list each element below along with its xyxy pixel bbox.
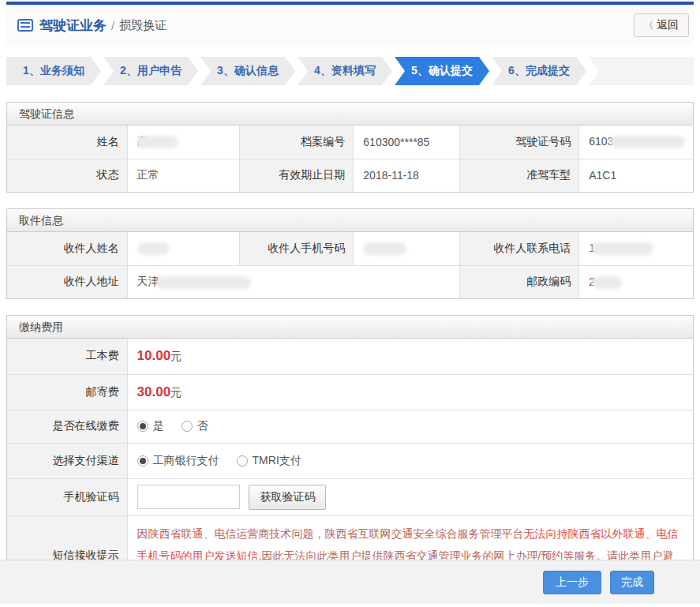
previous-step-button[interactable]: 上一步 (543, 571, 601, 594)
license-no-label: 驾驶证号码 (460, 126, 579, 159)
recipient-name-label: 收件人姓名 (7, 232, 127, 265)
table-row: 收件人地址 天津 邮政编码 2 (7, 265, 693, 298)
post-fee-label: 邮寄费 (7, 374, 127, 410)
step-4-fill-data: 4、资料填写 (298, 57, 392, 85)
radio-unselected-icon[interactable] (182, 421, 193, 432)
pay-channel-label: 选择支付渠道 (7, 443, 127, 478)
status-value: 正常 (127, 159, 240, 192)
postcode-mask-blur (592, 276, 622, 289)
postcode-value: 2 (579, 265, 693, 298)
table-row: 收件人姓名 收件人手机号码 收件人联系电话 1 (7, 232, 693, 265)
expiry-label: 有效期止日期 (240, 159, 354, 192)
recipient-mobile-label: 收件人手机号码 (240, 232, 354, 265)
expiry-value: 2018-11-18 (354, 159, 460, 192)
page: 驾驶证业务 / 损毁换证 〈 返回 1、业务须知 2、用户申告 3、确认信息 4… (0, 2, 700, 607)
step-2-declare: 2、用户申告 (103, 57, 198, 85)
sms-code-field: 获取验证码 (127, 478, 693, 515)
vehicle-class-value: A1C1 (579, 159, 693, 192)
recipient-tel-mask-blur (592, 242, 653, 255)
back-button[interactable]: 〈 返回 (634, 13, 689, 37)
license-info-section: 驾驶证信息 姓名 高 档案编号 610300****85 驾驶证号码 6103 … (6, 102, 694, 193)
page-subtitle: 损毁换证 (119, 18, 167, 33)
recipient-name-mask-blur (137, 242, 169, 255)
work-fee-label: 工本费 (7, 339, 127, 374)
recipient-tel-value: 1 (579, 232, 693, 265)
radio-selected-icon[interactable] (137, 455, 148, 466)
address-label: 收件人地址 (7, 265, 127, 298)
name-mask-blur (137, 136, 178, 148)
license-service-icon (17, 19, 33, 32)
step-bar-filler (589, 57, 694, 85)
breadcrumb-separator: / (111, 19, 114, 32)
step-1-notice: 1、业务须知 (6, 57, 101, 85)
breadcrumb: 驾驶证业务 / 损毁换证 (17, 17, 167, 35)
license-info-section-title: 驾驶证信息 (7, 103, 693, 126)
radio-selected-icon[interactable] (137, 421, 148, 432)
page-header: 驾驶证业务 / 损毁换证 〈 返回 (6, 5, 694, 46)
pickup-info-section: 取件信息 收件人姓名 收件人手机号码 收件人联系电话 1 (6, 208, 694, 299)
license-info-table: 姓名 高 档案编号 610300****85 驾驶证号码 6103 状态 正常 … (7, 126, 693, 192)
address-mask-blur (156, 276, 251, 289)
pickup-info-section-title: 取件信息 (7, 209, 693, 232)
step-6-complete: 6、完成提交 (492, 57, 586, 85)
recipient-mobile-mask-blur (363, 242, 406, 255)
work-fee-value: 10.00元 (127, 339, 693, 374)
step-wizard: 1、业务须知 2、用户申告 3、确认信息 4、资料填写 5、确认提交 6、完成提… (6, 57, 694, 85)
payment-section: 缴纳费用 工本费 10.00元 邮寄费 30.00元 是否在线缴费 (6, 315, 694, 596)
file-no-label: 档案编号 (240, 126, 354, 159)
finish-button[interactable]: 完成 (610, 571, 654, 594)
back-button-label: 返回 (657, 18, 679, 32)
payment-section-title: 缴纳费用 (7, 316, 693, 339)
table-row: 是否在线缴费 是 否 (7, 410, 693, 443)
online-pay-label: 是否在线缴费 (7, 410, 127, 443)
sms-code-label: 手机验证码 (7, 478, 127, 515)
status-label: 状态 (7, 159, 127, 192)
channel-tmri-option[interactable]: TMRI支付 (237, 454, 301, 468)
post-fee-unit: 元 (170, 386, 182, 399)
back-chevron-icon: 〈 (644, 19, 653, 32)
license-no-value: 6103 (579, 126, 693, 159)
license-no-mask-blur (610, 136, 685, 148)
online-pay-no-option[interactable]: 否 (182, 419, 208, 433)
post-fee-amount: 30.00 (137, 384, 171, 399)
get-sms-code-button[interactable]: 获取验证码 (249, 485, 326, 510)
footer-action-bar: 上一步 完成 (0, 560, 700, 604)
table-row: 邮寄费 30.00元 (7, 374, 693, 410)
radio-unselected-icon[interactable] (237, 455, 248, 466)
recipient-tel-label: 收件人联系电话 (460, 232, 579, 265)
address-value: 天津 (127, 265, 459, 298)
file-no-value: 610300****85 (354, 126, 460, 159)
page-title: 驾驶证业务 (39, 17, 107, 35)
work-fee-unit: 元 (170, 350, 182, 362)
table-row: 选择支付渠道 工商银行支付 TMRI支付 (7, 443, 693, 478)
recipient-name-value (127, 232, 240, 265)
name-label: 姓名 (7, 126, 127, 159)
name-value: 高 (127, 126, 240, 159)
postcode-label: 邮政编码 (460, 265, 579, 298)
table-row: 手机验证码 获取验证码 (7, 478, 693, 515)
pickup-info-table: 收件人姓名 收件人手机号码 收件人联系电话 1 收件人地址 天津 邮政编码 (7, 232, 693, 298)
step-3-confirm-info: 3、确认信息 (200, 57, 295, 85)
online-pay-yes-option[interactable]: 是 (137, 419, 164, 433)
recipient-mobile-value (354, 232, 460, 265)
work-fee-amount: 10.00 (137, 348, 171, 363)
sms-code-input[interactable] (137, 485, 240, 509)
table-row: 姓名 高 档案编号 610300****85 驾驶证号码 6103 (7, 126, 693, 159)
step-5-confirm-submit: 5、确认提交 (395, 57, 489, 85)
notice-part1: 因陕西省联通、电信运营商技术问题，陕西省互联网交通安全综合服务管理平台 (137, 527, 524, 540)
vehicle-class-label: 准驾车型 (460, 159, 579, 192)
table-row: 状态 正常 有效期止日期 2018-11-18 准驾车型 A1C1 (7, 159, 693, 192)
table-row: 工本费 10.00元 (7, 339, 693, 374)
payment-table: 工本费 10.00元 邮寄费 30.00元 是否在线缴费 是 (7, 339, 693, 595)
post-fee-value: 30.00元 (127, 374, 693, 410)
channel-icbc-option[interactable]: 工商银行支付 (137, 454, 219, 468)
online-pay-options: 是 否 (127, 410, 693, 443)
pay-channel-options: 工商银行支付 TMRI支付 (127, 443, 693, 478)
